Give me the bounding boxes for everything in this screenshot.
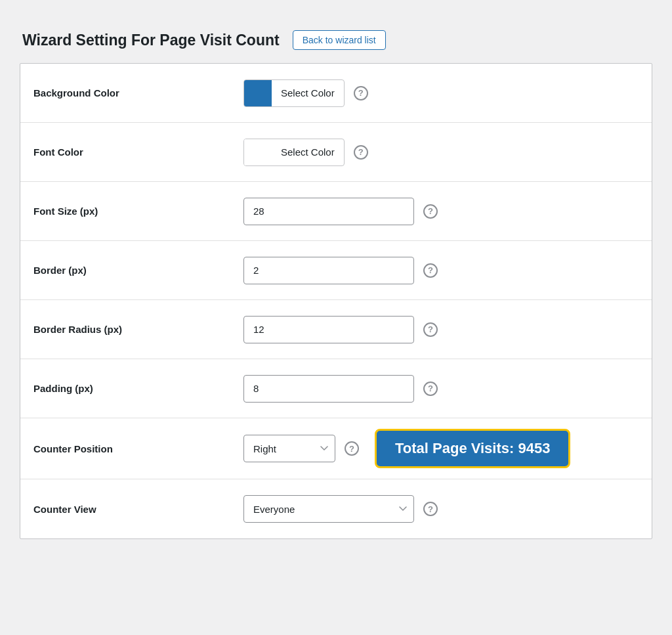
background-color-picker[interactable]: Select Color	[243, 79, 345, 107]
page-container: Wizard Setting For Page Visit Count Back…	[13, 13, 659, 546]
counter-view-select[interactable]: Everyone Logged In Logged Out	[243, 495, 414, 523]
counter-position-control: Left Right Center ? Total Page Visits: 9…	[243, 429, 639, 468]
back-to-wizard-button[interactable]: Back to wizard list	[293, 30, 386, 50]
padding-label: Padding (px)	[33, 383, 243, 394]
border-label: Border (px)	[33, 265, 243, 276]
font-size-help-icon[interactable]: ?	[423, 204, 438, 219]
border-radius-label: Border Radius (px)	[33, 324, 243, 335]
background-color-row: Background Color Select Color ?	[20, 64, 652, 123]
padding-control: ?	[243, 375, 639, 403]
background-color-picker-label: Select Color	[272, 87, 344, 99]
font-size-input[interactable]	[243, 198, 414, 225]
border-radius-help-icon[interactable]: ?	[423, 322, 438, 337]
counter-position-select[interactable]: Left Right Center	[243, 435, 335, 462]
background-color-control: Select Color ?	[243, 79, 639, 107]
padding-input[interactable]	[243, 375, 414, 403]
counter-view-label: Counter View	[33, 504, 243, 515]
counter-view-control: Everyone Logged In Logged Out ?	[243, 495, 639, 523]
background-color-swatch	[244, 79, 272, 107]
font-color-picker-label: Select Color	[272, 146, 344, 158]
font-size-row: Font Size (px) ?	[20, 182, 652, 241]
counter-position-label: Counter Position	[33, 443, 243, 454]
counter-preview-badge: Total Page Visits: 9453	[375, 429, 570, 468]
font-color-swatch	[244, 139, 272, 166]
padding-row: Padding (px) ?	[20, 359, 652, 418]
border-control: ?	[243, 257, 639, 284]
font-size-label: Font Size (px)	[33, 206, 243, 217]
font-color-help-icon[interactable]: ?	[354, 145, 368, 160]
font-color-control: Select Color ?	[243, 139, 639, 166]
border-help-icon[interactable]: ?	[423, 263, 438, 278]
font-color-picker[interactable]: Select Color	[243, 139, 345, 166]
border-radius-row: Border Radius (px) ?	[20, 300, 652, 359]
border-input[interactable]	[243, 257, 414, 284]
page-header: Wizard Setting For Page Visit Count Back…	[20, 20, 652, 63]
font-color-row: Font Color Select Color ?	[20, 123, 652, 182]
counter-view-help-icon[interactable]: ?	[423, 502, 438, 516]
background-color-help-icon[interactable]: ?	[354, 86, 368, 100]
border-radius-control: ?	[243, 316, 639, 343]
settings-table: Background Color Select Color ? Font Col…	[20, 63, 652, 539]
padding-help-icon[interactable]: ?	[423, 382, 438, 396]
border-radius-input[interactable]	[243, 316, 414, 343]
border-row: Border (px) ?	[20, 241, 652, 300]
counter-position-row: Counter Position Left Right Center ? Tot…	[20, 418, 652, 479]
font-size-control: ?	[243, 198, 639, 225]
counter-position-help-icon[interactable]: ?	[345, 441, 359, 456]
font-color-label: Font Color	[33, 146, 243, 158]
page-title: Wizard Setting For Page Visit Count	[22, 32, 280, 49]
background-color-label: Background Color	[33, 87, 243, 99]
counter-view-row: Counter View Everyone Logged In Logged O…	[20, 479, 652, 538]
